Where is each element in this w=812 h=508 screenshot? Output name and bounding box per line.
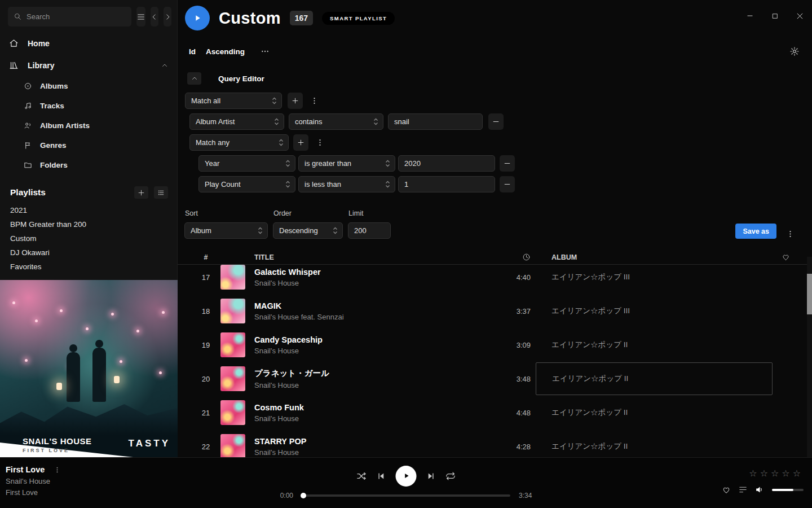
play-pause-button[interactable] xyxy=(396,466,417,487)
track-title[interactable]: MAGIK xyxy=(254,301,495,310)
nav-forward-button[interactable] xyxy=(164,7,171,27)
group-rule-field-select[interactable]: Year xyxy=(198,155,295,172)
shuffle-button[interactable] xyxy=(356,471,367,481)
table-row[interactable]: 17 Galactic Whisper Snail's House 4:40 エ… xyxy=(178,265,812,294)
sort-direction-button[interactable]: Ascending xyxy=(206,47,245,56)
column-header-duration[interactable] xyxy=(495,253,531,261)
track-title[interactable]: Cosmo Funk xyxy=(254,403,495,412)
track-artist[interactable]: Snail's House xyxy=(254,347,495,355)
next-track-button[interactable] xyxy=(426,471,436,481)
search-input[interactable] xyxy=(27,12,126,21)
playlist-item[interactable]: DJ Okawari xyxy=(0,246,177,260)
group-rule-field-select[interactable]: Play Count xyxy=(198,176,295,192)
rule-field-select[interactable]: Album Artist xyxy=(189,113,284,130)
now-playing-artwork[interactable]: SNAIL'S HOUSE FIRST LOVE TASTY xyxy=(0,280,178,457)
group-rule-value-input[interactable] xyxy=(404,159,490,168)
query-limit-input[interactable] xyxy=(354,226,386,235)
add-group-rule-button[interactable] xyxy=(293,134,308,151)
table-row[interactable]: 18 MAGIK Snail's House feat. Sennzai 3:3… xyxy=(178,294,812,328)
maximize-button[interactable] xyxy=(762,0,787,32)
track-artist[interactable]: Snail's House xyxy=(254,279,495,287)
sidebar-item-album-artists[interactable]: Album Artists xyxy=(0,116,177,135)
table-row[interactable]: 19 Candy Spaceship Snail's House 3:09 エイ… xyxy=(178,328,812,362)
star-icon[interactable]: ☆ xyxy=(771,468,782,478)
menu-button[interactable] xyxy=(136,7,145,27)
group-rule-operator-select[interactable]: is less than xyxy=(298,176,395,192)
minimize-button[interactable] xyxy=(738,0,762,32)
query-order-select[interactable]: Descending xyxy=(273,222,343,239)
seek-knob[interactable] xyxy=(301,493,306,498)
settings-gear-icon[interactable] xyxy=(789,46,800,56)
rule-value-field[interactable] xyxy=(388,113,483,130)
query-limit-field[interactable] xyxy=(348,222,391,239)
column-header-favorite[interactable] xyxy=(773,253,798,261)
remove-group-rule-button[interactable] xyxy=(500,176,515,192)
repeat-button[interactable] xyxy=(445,471,456,481)
track-title[interactable]: Candy Spaceship xyxy=(254,335,495,344)
group-rule-value-field[interactable] xyxy=(398,176,495,192)
play-playlist-button[interactable] xyxy=(185,6,210,30)
remove-rule-button[interactable] xyxy=(488,113,504,130)
search-box[interactable] xyxy=(8,7,131,27)
volume-slider[interactable] xyxy=(772,489,804,491)
scrollbar-thumb[interactable] xyxy=(807,274,812,314)
now-playing-artist[interactable]: Snail's House xyxy=(6,477,63,485)
sort-field-button[interactable]: Id xyxy=(189,47,196,56)
rating-stars[interactable]: ☆☆☆☆☆ xyxy=(749,468,804,479)
track-artist[interactable]: Snail's House xyxy=(254,448,495,457)
more-options-icon[interactable] xyxy=(261,47,270,56)
track-album[interactable]: エイリアン☆ポップ II xyxy=(536,329,773,361)
close-button[interactable] xyxy=(787,0,812,32)
playlist-item[interactable]: Favorites xyxy=(0,260,177,274)
column-header-album[interactable]: ALBUM xyxy=(536,253,773,261)
sidebar-item-home[interactable]: Home xyxy=(0,32,177,54)
track-album-focused[interactable]: エイリアン☆ポップ II xyxy=(536,362,773,395)
star-icon[interactable]: ☆ xyxy=(782,468,792,478)
queue-icon[interactable] xyxy=(738,485,748,494)
playlist-list-button[interactable] xyxy=(154,186,168,199)
playlist-item[interactable]: Custom xyxy=(0,231,177,246)
previous-track-button[interactable] xyxy=(377,471,386,481)
sidebar-item-library[interactable]: Library xyxy=(0,54,177,76)
track-artist[interactable]: Snail's House feat. Sennzai xyxy=(254,313,495,321)
column-header-title[interactable]: TITLE xyxy=(254,253,495,261)
group-rule-value-input[interactable] xyxy=(404,180,490,189)
add-rule-button[interactable] xyxy=(288,93,303,109)
table-scrollbar[interactable] xyxy=(807,257,812,457)
now-playing-album[interactable]: First Love xyxy=(6,488,63,497)
seek-bar[interactable] xyxy=(302,494,510,497)
table-row[interactable]: 20 プラネット・ガール Snail's House 3:48 エイリアン☆ポッ… xyxy=(178,362,812,396)
volume-icon[interactable] xyxy=(755,485,765,494)
rule-group-menu-icon[interactable] xyxy=(308,96,320,106)
sidebar-item-tracks[interactable]: Tracks xyxy=(0,96,177,116)
table-row[interactable]: 21 Cosmo Funk Snail's House 4:48 エイリアン☆ポ… xyxy=(178,396,812,430)
track-artist[interactable]: Snail's House xyxy=(254,414,495,423)
group-menu-icon[interactable] xyxy=(314,138,325,147)
rule-value-input[interactable] xyxy=(394,117,478,126)
track-artist[interactable]: Snail's House xyxy=(254,381,495,389)
group-rule-operator-select[interactable]: is greater than xyxy=(298,155,395,172)
sidebar-item-albums[interactable]: Albums xyxy=(0,76,177,96)
group-rule-value-field[interactable] xyxy=(398,155,495,172)
track-title[interactable]: Galactic Whisper xyxy=(254,268,495,277)
group-match-select[interactable]: Match any xyxy=(189,134,289,151)
collapse-query-editor-button[interactable] xyxy=(187,72,201,85)
now-playing-menu-icon[interactable] xyxy=(51,466,63,474)
star-icon[interactable]: ☆ xyxy=(749,468,760,478)
now-playing-title[interactable]: First Love xyxy=(6,465,45,474)
playlist-item[interactable]: BPM Greater than 200 xyxy=(0,217,177,231)
add-playlist-button[interactable] xyxy=(134,186,148,199)
sidebar-item-folders[interactable]: Folders xyxy=(0,155,177,175)
track-album[interactable]: エイリアン☆ポップ III xyxy=(536,295,773,327)
playlist-item[interactable]: 2021 xyxy=(0,203,177,217)
nav-back-button[interactable] xyxy=(151,7,158,27)
remove-group-rule-button[interactable] xyxy=(500,155,515,172)
favorite-heart-icon[interactable] xyxy=(722,485,731,494)
star-icon[interactable]: ☆ xyxy=(793,468,804,478)
track-album[interactable]: エイリアン☆ポップ II xyxy=(536,396,773,429)
star-icon[interactable]: ☆ xyxy=(760,468,771,478)
track-title[interactable]: STARRY POP xyxy=(254,437,495,446)
save-as-button[interactable]: Save as xyxy=(735,224,776,239)
root-match-select[interactable]: Match all xyxy=(185,93,282,109)
query-sort-select[interactable]: Album xyxy=(184,222,268,239)
